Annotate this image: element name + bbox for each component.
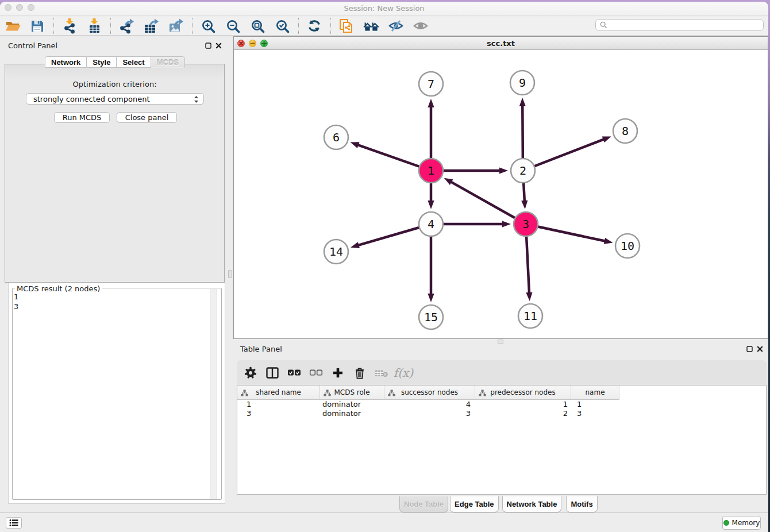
network-view-title: scc.txt (234, 39, 768, 48)
column-label: predecessor nodes (490, 388, 555, 396)
table-tab-edge-table[interactable]: Edge Table (450, 496, 498, 512)
column-header-successor-nodes[interactable]: successor nodes (384, 385, 475, 400)
table-tab-node-table[interactable]: Node Table (399, 496, 448, 512)
graph-node-9[interactable]: 9 (510, 71, 534, 95)
svg-text:3: 3 (522, 217, 529, 231)
zoom-in-icon[interactable] (199, 17, 217, 34)
table-tab-network-table[interactable]: Network Table (502, 496, 562, 512)
result-scrollbar[interactable] (210, 289, 217, 499)
zoom-selected-icon[interactable] (274, 17, 291, 34)
memory-button[interactable]: Memory (722, 516, 761, 530)
graph-node-8[interactable]: 8 (613, 119, 637, 143)
split-panel-icon[interactable] (265, 366, 279, 380)
control-tab-style[interactable]: Style (87, 56, 117, 68)
svg-text:14: 14 (329, 245, 343, 259)
run-mcds-button[interactable]: Run MCDS (54, 112, 110, 123)
optimization-criterion-label: Optimization criterion: (5, 80, 224, 88)
open-session-icon[interactable] (4, 17, 21, 34)
mcds-pane: Optimization criterion: strongly connect… (5, 64, 225, 283)
control-tab-select[interactable]: Select (117, 56, 151, 68)
add-column-icon[interactable] (331, 366, 345, 380)
graph-node-7[interactable]: 7 (419, 72, 443, 96)
close-table-panel-icon[interactable] (757, 346, 763, 352)
toolbar-separator (192, 18, 192, 34)
vertical-splitter-grip[interactable] (228, 270, 232, 278)
float-table-panel-icon[interactable] (746, 346, 753, 352)
graph-node-6[interactable]: 6 (324, 125, 348, 149)
zoom-fit-icon[interactable] (249, 17, 266, 34)
show-all-icon[interactable] (412, 17, 429, 34)
table-cell: 1 (571, 400, 619, 409)
deselect-all-icon[interactable] (309, 366, 323, 380)
table-row[interactable]: 1dominator411 (237, 400, 766, 409)
hide-selected-icon[interactable] (387, 17, 405, 34)
toolbar-separator (53, 18, 54, 34)
control-tab-network[interactable]: Network (45, 56, 87, 68)
graph-node-11[interactable]: 11 (518, 304, 542, 328)
export-network-icon[interactable] (118, 17, 135, 34)
mcds-result-item[interactable]: 1 (14, 292, 18, 302)
gear-icon[interactable] (244, 366, 257, 380)
mcds-result-list[interactable]: 13 (14, 292, 18, 311)
task-history-button[interactable] (6, 517, 22, 529)
table-header: shared name MCDS role successor nodes pr… (237, 385, 619, 400)
horizontal-splitter-grip[interactable] (498, 340, 503, 344)
graph-node-3[interactable]: 3 (514, 212, 538, 236)
optimization-criterion-value: strongly connected component (33, 95, 150, 103)
application-window: Session: New Session (0, 2, 768, 532)
search-input[interactable] (595, 19, 764, 31)
toolbar-separator (110, 18, 111, 34)
clone-network-icon[interactable] (338, 17, 355, 34)
column-type-icon (479, 390, 486, 398)
mcds-result-item[interactable]: 3 (14, 302, 18, 311)
delete-column-icon[interactable] (353, 366, 367, 380)
refresh-layout-icon[interactable] (306, 17, 323, 34)
import-table-icon[interactable] (86, 17, 103, 34)
svg-text:2: 2 (519, 164, 526, 178)
mcds-result-group: MCDS result (2 nodes) 13 (12, 288, 222, 500)
graph-node-14[interactable]: 14 (324, 240, 348, 264)
table-tab-motifs[interactable]: Motifs (566, 496, 597, 512)
svg-text:11: 11 (523, 309, 537, 323)
import-network-icon[interactable] (61, 17, 78, 34)
optimization-criterion-select[interactable]: strongly connected component (26, 93, 204, 105)
graph-node-10[interactable]: 10 (615, 234, 640, 258)
network-canvas[interactable]: 1 2 3 4 6 7 8 9 10 11 14 15 (234, 51, 768, 338)
graph-node-1[interactable]: 1 (419, 159, 443, 183)
column-header-MCDS-role[interactable]: MCDS role (320, 385, 384, 400)
memory-label: Memory (732, 519, 760, 527)
svg-text:4: 4 (428, 217, 434, 231)
network-view-titlebar[interactable]: scc.txt (234, 37, 768, 50)
first-neighbors-icon[interactable] (363, 17, 380, 34)
graph-node-4[interactable]: 4 (419, 212, 443, 236)
table-panel-tabs: Node TableEdge TableNetwork TableMotifs (399, 496, 598, 512)
select-all-icon[interactable] (287, 366, 301, 380)
column-header-shared-name[interactable]: shared name (237, 385, 320, 400)
control-panel-title: Control Panel (8, 41, 57, 50)
close-panel-button[interactable]: Close panel (117, 112, 177, 123)
svg-text:6: 6 (333, 130, 340, 144)
node-table[interactable]: shared name MCDS role successor nodes pr… (237, 385, 767, 495)
float-panel-icon[interactable] (205, 43, 211, 49)
column-header-predecessor-nodes[interactable]: predecessor nodes (475, 385, 571, 400)
graph-node-2[interactable]: 2 (511, 159, 535, 183)
column-label: name (585, 388, 605, 396)
zoom-out-icon[interactable] (224, 17, 241, 34)
window-title: Session: New Session (0, 4, 768, 13)
save-session-icon[interactable] (29, 17, 46, 34)
export-table-icon[interactable] (143, 17, 160, 34)
column-type-icon (324, 390, 331, 398)
graph-node-15[interactable]: 15 (419, 305, 443, 329)
column-header-name[interactable]: name (571, 385, 619, 400)
control-tab-mcds[interactable]: MCDS (151, 56, 185, 68)
network-view-frame: scc.txt 1 2 3 4 6 7 8 9 10 11 14 15 (233, 36, 768, 339)
table-cell: dominator (320, 400, 384, 409)
table-cell: 1 (237, 400, 320, 409)
export-image-icon[interactable] (167, 17, 184, 34)
control-panel-tabs: NetworkStyleSelectMCDS (45, 56, 185, 68)
close-panel-icon[interactable] (215, 43, 222, 49)
graph-edges (351, 98, 613, 302)
column-label: shared name (256, 388, 301, 396)
table-row[interactable]: 3dominator323 (237, 409, 766, 418)
svg-text:10: 10 (621, 239, 634, 253)
